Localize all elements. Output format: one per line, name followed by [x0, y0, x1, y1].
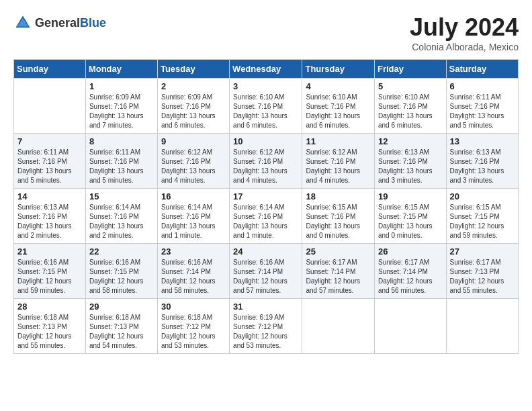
day-info: Sunrise: 6:13 AM Sunset: 7:16 PM Dayligh…: [17, 203, 82, 240]
day-info: Sunrise: 6:09 AM Sunset: 7:16 PM Dayligh…: [89, 93, 154, 130]
day-info: Sunrise: 6:11 AM Sunset: 7:16 PM Dayligh…: [450, 93, 515, 130]
day-number: 18: [306, 191, 371, 201]
calendar-week-row: 14Sunrise: 6:13 AM Sunset: 7:16 PM Dayli…: [14, 189, 519, 244]
day-info: Sunrise: 6:15 AM Sunset: 7:16 PM Dayligh…: [306, 203, 371, 240]
calendar-cell: 7Sunrise: 6:11 AM Sunset: 7:16 PM Daylig…: [14, 134, 86, 189]
calendar-week-row: 28Sunrise: 6:18 AM Sunset: 7:13 PM Dayli…: [14, 299, 519, 354]
day-number: 4: [306, 81, 371, 91]
calendar-cell: 25Sunrise: 6:17 AM Sunset: 7:14 PM Dayli…: [302, 244, 375, 299]
calendar-cell: [446, 299, 518, 354]
day-of-week-header: Saturday: [446, 60, 518, 79]
calendar-cell: 28Sunrise: 6:18 AM Sunset: 7:13 PM Dayli…: [14, 299, 86, 354]
day-info: Sunrise: 6:17 AM Sunset: 7:13 PM Dayligh…: [450, 258, 515, 295]
day-info: Sunrise: 6:18 AM Sunset: 7:12 PM Dayligh…: [161, 313, 226, 351]
day-number: 2: [161, 81, 226, 91]
day-info: Sunrise: 6:13 AM Sunset: 7:16 PM Dayligh…: [378, 148, 443, 185]
calendar-cell: 16Sunrise: 6:14 AM Sunset: 7:16 PM Dayli…: [157, 189, 229, 244]
day-number: 9: [161, 136, 226, 146]
day-number: 17: [233, 191, 298, 201]
day-number: 23: [161, 246, 226, 257]
calendar-cell: 4Sunrise: 6:10 AM Sunset: 7:16 PM Daylig…: [302, 79, 375, 134]
day-info: Sunrise: 6:18 AM Sunset: 7:13 PM Dayligh…: [89, 313, 154, 351]
day-number: 5: [378, 81, 443, 91]
logo-text-general: General: [35, 16, 80, 30]
calendar-cell: 19Sunrise: 6:15 AM Sunset: 7:15 PM Dayli…: [375, 189, 447, 244]
calendar-cell: 21Sunrise: 6:16 AM Sunset: 7:15 PM Dayli…: [14, 244, 86, 299]
day-number: 26: [378, 246, 443, 257]
day-number: 20: [450, 191, 515, 201]
day-info: Sunrise: 6:15 AM Sunset: 7:15 PM Dayligh…: [378, 203, 443, 240]
logo: GeneralBlue: [13, 13, 106, 32]
day-info: Sunrise: 6:16 AM Sunset: 7:14 PM Dayligh…: [161, 258, 226, 295]
day-of-week-header: Wednesday: [230, 60, 302, 79]
day-number: 25: [306, 246, 371, 257]
calendar-cell: 5Sunrise: 6:10 AM Sunset: 7:16 PM Daylig…: [375, 79, 447, 134]
day-info: Sunrise: 6:11 AM Sunset: 7:16 PM Dayligh…: [17, 148, 82, 185]
day-number: 27: [450, 246, 515, 257]
day-number: 12: [378, 136, 443, 146]
day-number: 13: [450, 136, 515, 146]
calendar-cell: 6Sunrise: 6:11 AM Sunset: 7:16 PM Daylig…: [446, 79, 518, 134]
day-number: 16: [161, 191, 226, 201]
day-number: 19: [378, 191, 443, 201]
calendar-cell: 1Sunrise: 6:09 AM Sunset: 7:16 PM Daylig…: [85, 79, 157, 134]
day-info: Sunrise: 6:09 AM Sunset: 7:16 PM Dayligh…: [161, 93, 226, 130]
calendar-cell: 17Sunrise: 6:14 AM Sunset: 7:16 PM Dayli…: [230, 189, 302, 244]
calendar-cell: 2Sunrise: 6:09 AM Sunset: 7:16 PM Daylig…: [157, 79, 229, 134]
calendar-table: SundayMondayTuesdayWednesdayThursdayFrid…: [13, 59, 519, 354]
calendar-cell: 9Sunrise: 6:12 AM Sunset: 7:16 PM Daylig…: [157, 134, 229, 189]
day-of-week-header: Thursday: [302, 60, 375, 79]
day-number: 24: [233, 246, 298, 257]
day-info: Sunrise: 6:10 AM Sunset: 7:16 PM Dayligh…: [233, 93, 298, 130]
day-info: Sunrise: 6:10 AM Sunset: 7:16 PM Dayligh…: [306, 93, 371, 130]
day-info: Sunrise: 6:12 AM Sunset: 7:16 PM Dayligh…: [306, 148, 371, 185]
calendar-cell: 14Sunrise: 6:13 AM Sunset: 7:16 PM Dayli…: [14, 189, 86, 244]
calendar-cell: 26Sunrise: 6:17 AM Sunset: 7:14 PM Dayli…: [375, 244, 447, 299]
title-block: July 2024 Colonia Alborada, Mexico: [410, 13, 519, 52]
calendar-cell: 12Sunrise: 6:13 AM Sunset: 7:16 PM Dayli…: [375, 134, 447, 189]
month-year-title: July 2024: [410, 13, 519, 42]
day-info: Sunrise: 6:12 AM Sunset: 7:16 PM Dayligh…: [233, 148, 298, 185]
calendar-cell: 18Sunrise: 6:15 AM Sunset: 7:16 PM Dayli…: [302, 189, 375, 244]
day-number: 29: [89, 302, 154, 312]
day-number: 15: [89, 191, 154, 201]
calendar-cell: 30Sunrise: 6:18 AM Sunset: 7:12 PM Dayli…: [157, 299, 229, 354]
day-of-week-header: Friday: [375, 60, 447, 79]
calendar-cell: 8Sunrise: 6:11 AM Sunset: 7:16 PM Daylig…: [85, 134, 157, 189]
calendar-cell: 20Sunrise: 6:15 AM Sunset: 7:15 PM Dayli…: [446, 189, 518, 244]
day-info: Sunrise: 6:17 AM Sunset: 7:14 PM Dayligh…: [306, 258, 371, 295]
day-number: 8: [89, 136, 154, 146]
calendar-cell: [14, 79, 86, 134]
day-number: 11: [306, 136, 371, 146]
day-info: Sunrise: 6:16 AM Sunset: 7:15 PM Dayligh…: [17, 258, 82, 295]
calendar-cell: 27Sunrise: 6:17 AM Sunset: 7:13 PM Dayli…: [446, 244, 518, 299]
calendar-cell: 31Sunrise: 6:19 AM Sunset: 7:12 PM Dayli…: [230, 299, 302, 354]
calendar-cell: 13Sunrise: 6:13 AM Sunset: 7:16 PM Dayli…: [446, 134, 518, 189]
day-number: 21: [17, 246, 82, 257]
day-number: 22: [89, 246, 154, 257]
day-info: Sunrise: 6:12 AM Sunset: 7:16 PM Dayligh…: [161, 148, 226, 185]
calendar-week-row: 21Sunrise: 6:16 AM Sunset: 7:15 PM Dayli…: [14, 244, 519, 299]
day-info: Sunrise: 6:11 AM Sunset: 7:16 PM Dayligh…: [89, 148, 154, 185]
day-info: Sunrise: 6:14 AM Sunset: 7:16 PM Dayligh…: [89, 203, 154, 240]
day-number: 31: [233, 302, 298, 312]
day-info: Sunrise: 6:13 AM Sunset: 7:16 PM Dayligh…: [450, 148, 515, 185]
day-number: 28: [17, 302, 82, 312]
logo-text-blue: Blue: [80, 16, 106, 30]
day-number: 30: [161, 302, 226, 312]
calendar-cell: 10Sunrise: 6:12 AM Sunset: 7:16 PM Dayli…: [230, 134, 302, 189]
page-header: GeneralBlue July 2024 Colonia Alborada, …: [13, 13, 519, 52]
day-number: 14: [17, 191, 82, 201]
day-number: 1: [89, 81, 154, 91]
calendar-cell: 3Sunrise: 6:10 AM Sunset: 7:16 PM Daylig…: [230, 79, 302, 134]
day-number: 10: [233, 136, 298, 146]
day-info: Sunrise: 6:14 AM Sunset: 7:16 PM Dayligh…: [161, 203, 226, 240]
calendar-week-row: 7Sunrise: 6:11 AM Sunset: 7:16 PM Daylig…: [14, 134, 519, 189]
day-info: Sunrise: 6:16 AM Sunset: 7:14 PM Dayligh…: [233, 258, 298, 295]
day-number: 3: [233, 81, 298, 91]
location-subtitle: Colonia Alborada, Mexico: [410, 42, 519, 52]
calendar-cell: 29Sunrise: 6:18 AM Sunset: 7:13 PM Dayli…: [85, 299, 157, 354]
day-info: Sunrise: 6:17 AM Sunset: 7:14 PM Dayligh…: [378, 258, 443, 295]
calendar-cell: 11Sunrise: 6:12 AM Sunset: 7:16 PM Dayli…: [302, 134, 375, 189]
day-info: Sunrise: 6:18 AM Sunset: 7:13 PM Dayligh…: [17, 313, 82, 351]
